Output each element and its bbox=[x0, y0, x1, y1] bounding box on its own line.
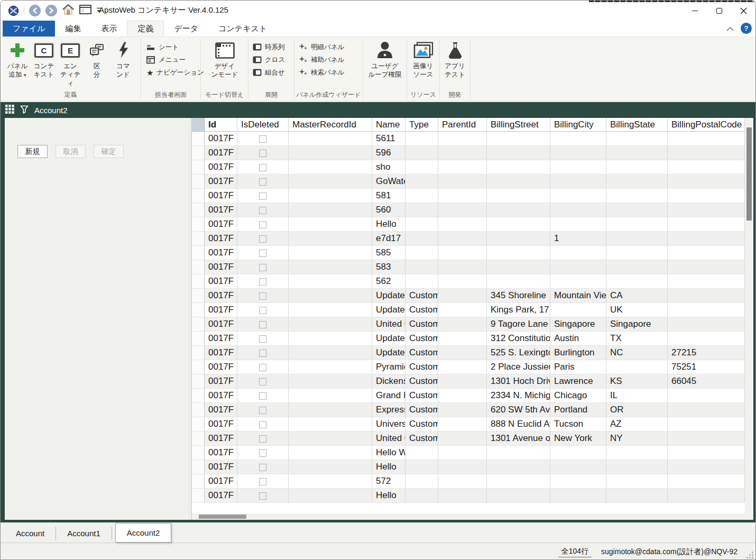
row-selector[interactable] bbox=[192, 232, 205, 246]
cell-name[interactable]: Hello bbox=[372, 217, 405, 232]
cell-parent[interactable] bbox=[438, 146, 487, 160]
cell-city[interactable] bbox=[550, 217, 606, 232]
cell-street[interactable]: 1301 Avenue of bbox=[487, 432, 550, 446]
cell-city[interactable] bbox=[550, 160, 606, 175]
cell-state[interactable]: NC bbox=[606, 346, 668, 360]
cell-street[interactable] bbox=[487, 446, 550, 460]
horizontal-scrollbar[interactable] bbox=[192, 513, 745, 520]
cell-type[interactable]: Customer bbox=[405, 389, 438, 403]
cell-isdeleted[interactable] bbox=[237, 446, 289, 460]
cell-state[interactable]: Singapore bbox=[606, 317, 668, 332]
tab-account2[interactable]: Account2 bbox=[115, 523, 172, 543]
cell-name[interactable]: sho bbox=[372, 160, 405, 175]
cell-isdeleted[interactable] bbox=[237, 260, 289, 274]
forward-button[interactable] bbox=[45, 5, 57, 16]
cell-postal[interactable] bbox=[668, 403, 745, 417]
cell-isdeleted[interactable] bbox=[237, 403, 289, 417]
cell-name[interactable]: GoWatch bbox=[372, 175, 405, 189]
cell-parent[interactable] bbox=[438, 346, 487, 360]
cell-state[interactable] bbox=[606, 217, 668, 232]
cell-type[interactable] bbox=[405, 132, 438, 146]
column-header-billingstreet[interactable]: BillingStreet bbox=[487, 118, 550, 132]
isdeleted-checkbox[interactable] bbox=[259, 235, 266, 243]
cell-name[interactable]: Hello bbox=[372, 460, 405, 474]
new-button[interactable]: 新規 bbox=[17, 145, 48, 158]
cell-state[interactable]: NY bbox=[606, 432, 668, 446]
cell-type[interactable] bbox=[405, 446, 438, 460]
cell-state[interactable] bbox=[606, 146, 668, 160]
column-header-id[interactable]: Id bbox=[205, 118, 237, 132]
row-selector[interactable] bbox=[192, 460, 205, 474]
cell-street[interactable] bbox=[487, 460, 550, 474]
column-header-parentid[interactable]: ParentId bbox=[438, 118, 487, 132]
cell-postal[interactable] bbox=[668, 146, 745, 160]
cell-name[interactable]: 5611 bbox=[372, 132, 405, 146]
cell-street[interactable]: 2 Place Jussieu bbox=[487, 360, 550, 374]
cell-name[interactable]: Pyramid bbox=[372, 360, 405, 374]
cell-state[interactable]: IL bbox=[606, 389, 668, 403]
cell-master[interactable] bbox=[289, 260, 372, 274]
confirm-button[interactable]: 確定 bbox=[94, 145, 124, 158]
cell-master[interactable] bbox=[289, 132, 372, 146]
cell-id[interactable]: 0017F bbox=[205, 389, 237, 403]
cell-street[interactable]: Kings Park, 17 bbox=[487, 303, 550, 317]
cell-state[interactable]: CA bbox=[606, 289, 668, 303]
cell-isdeleted[interactable] bbox=[237, 289, 289, 303]
isdeleted-checkbox[interactable] bbox=[259, 278, 266, 286]
column-header-billingcity[interactable]: BillingCity bbox=[550, 118, 606, 132]
context-button[interactable]: C コンテ キスト bbox=[31, 40, 57, 79]
column-header-isdeleted[interactable]: IsDeleted bbox=[237, 118, 289, 132]
cell-parent[interactable] bbox=[438, 274, 487, 289]
sheet-button[interactable]: シート bbox=[146, 41, 179, 53]
isdeleted-checkbox[interactable] bbox=[259, 321, 266, 328]
cell-isdeleted[interactable] bbox=[237, 232, 289, 246]
cell-id[interactable]: 0017F bbox=[205, 317, 237, 332]
design-mode-button[interactable]: デザイ ンモード bbox=[211, 40, 238, 79]
cell-state[interactable]: TX bbox=[606, 332, 668, 346]
cell-type[interactable] bbox=[405, 489, 438, 503]
cell-city[interactable] bbox=[550, 489, 606, 503]
cell-isdeleted[interactable] bbox=[237, 332, 289, 346]
row-selector[interactable] bbox=[192, 432, 205, 446]
isdeleted-checkbox[interactable] bbox=[259, 264, 266, 271]
isdeleted-checkbox[interactable] bbox=[259, 221, 266, 228]
cell-id[interactable]: 0017F bbox=[205, 260, 237, 274]
cell-postal[interactable] bbox=[668, 132, 745, 146]
isdeleted-checkbox[interactable] bbox=[259, 421, 266, 428]
cell-city[interactable] bbox=[550, 132, 606, 146]
cell-type[interactable] bbox=[405, 160, 438, 175]
row-selector[interactable] bbox=[192, 332, 205, 346]
cell-postal[interactable]: 27215 bbox=[668, 346, 745, 360]
menu-tab-file[interactable]: ファイル bbox=[3, 21, 55, 36]
cell-id[interactable]: 0017F bbox=[205, 246, 237, 260]
cell-city[interactable]: Paris bbox=[550, 360, 606, 374]
cell-city[interactable] bbox=[550, 274, 606, 289]
cell-postal[interactable] bbox=[668, 417, 745, 432]
cell-id[interactable]: 0017F bbox=[205, 346, 237, 360]
isdeleted-checkbox[interactable] bbox=[259, 478, 266, 485]
maximize-button[interactable] bbox=[707, 1, 731, 21]
column-header-name[interactable]: Name bbox=[372, 118, 405, 132]
cell-street[interactable] bbox=[487, 474, 550, 489]
isdeleted-checkbox[interactable] bbox=[259, 135, 266, 143]
cell-street[interactable]: 2334 N. Michigan bbox=[487, 389, 550, 403]
isdeleted-checkbox[interactable] bbox=[259, 164, 266, 171]
cell-parent[interactable] bbox=[438, 260, 487, 274]
cell-city[interactable]: Singapore bbox=[550, 317, 606, 332]
cell-type[interactable] bbox=[405, 175, 438, 189]
cell-master[interactable] bbox=[289, 289, 372, 303]
cell-parent[interactable] bbox=[438, 403, 487, 417]
cell-postal[interactable] bbox=[668, 446, 745, 460]
cell-isdeleted[interactable] bbox=[237, 432, 289, 446]
isdeleted-checkbox[interactable] bbox=[259, 192, 266, 200]
cell-master[interactable] bbox=[289, 446, 372, 460]
cell-name[interactable]: 596 bbox=[372, 146, 405, 160]
close-button[interactable] bbox=[731, 1, 755, 21]
row-selector[interactable] bbox=[192, 146, 205, 160]
cell-city[interactable] bbox=[550, 246, 606, 260]
cross-button[interactable]: クロス bbox=[253, 54, 285, 66]
isdeleted-checkbox[interactable] bbox=[259, 364, 266, 371]
cell-street[interactable] bbox=[487, 232, 550, 246]
isdeleted-checkbox[interactable] bbox=[259, 292, 266, 300]
cell-isdeleted[interactable] bbox=[237, 175, 289, 189]
